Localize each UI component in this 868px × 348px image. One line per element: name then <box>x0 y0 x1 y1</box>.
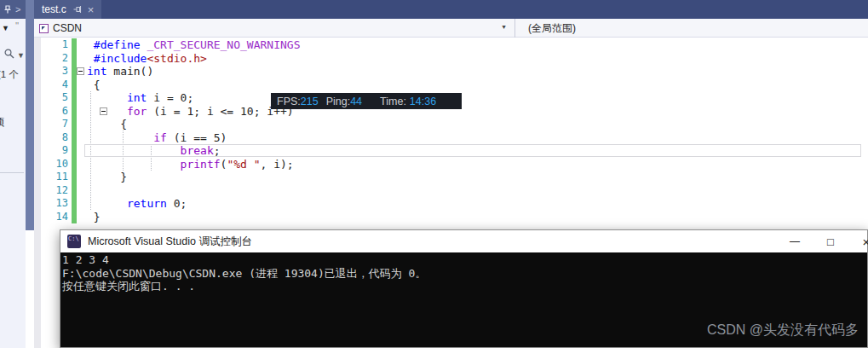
time-value: 14:36 <box>410 96 436 107</box>
code-line[interactable]: printf("%d ", i); <box>87 158 294 171</box>
code-line[interactable]: return 0; <box>87 197 187 211</box>
time-label: Time: <box>380 96 406 107</box>
search-icon[interactable] <box>3 48 15 63</box>
fold-toggle[interactable] <box>77 67 84 75</box>
types-dropdown-value: CSDN <box>53 22 82 34</box>
chevron-down-icon: ▼ <box>501 24 507 31</box>
debug-console-window: C:\ Microsoft Visual Studio 调试控制台 — □ × … <box>60 229 868 348</box>
maximize-button[interactable]: □ <box>813 230 848 252</box>
code-line[interactable]: #include<stdio.h> <box>87 52 207 66</box>
close-button[interactable]: × <box>848 230 868 252</box>
close-icon[interactable]: × <box>88 4 95 15</box>
minimize-button[interactable]: — <box>777 230 813 252</box>
ping-label: Ping: <box>326 96 351 107</box>
code-line[interactable]: { <box>87 78 101 92</box>
project-symbol-icon <box>39 24 49 33</box>
sidebar-count-label: (1 个 <box>0 68 19 81</box>
fold-toggle[interactable] <box>100 107 107 115</box>
sidebar-marks: '' <box>15 20 19 31</box>
console-icon: C:\ <box>67 235 81 248</box>
sidebar-divider <box>0 172 24 173</box>
code-line[interactable]: { <box>87 118 127 131</box>
search-dropdown-icon[interactable]: ▼ <box>17 51 25 60</box>
toolwindow-caption: > <box>0 0 26 19</box>
navbar-separator <box>514 19 515 38</box>
code-line[interactable]: } <box>87 211 101 224</box>
pin-icon[interactable] <box>72 5 82 14</box>
sidebar-item-label[interactable]: 项 <box>0 115 4 130</box>
code-line[interactable]: break; <box>87 144 221 158</box>
tab-test-c[interactable]: test.c × <box>34 0 101 19</box>
fps-overlay: FPS:215 Ping:44 Time:14:36 <box>271 93 462 109</box>
console-line: 1 2 3 4 <box>62 253 867 267</box>
auto-hide-pin-icon[interactable] <box>3 5 12 14</box>
code-line[interactable]: for (i = 1; i <= 10; i++) <box>87 105 294 119</box>
types-dropdown[interactable]: CSDN ▼ <box>36 20 514 37</box>
sidebar-dropdown-arrow-icon[interactable]: ▼ <box>2 24 9 32</box>
code-line[interactable]: #define _CRT_SECURE_NO_WARNINGS <box>87 38 300 52</box>
tab-label: test.c <box>42 3 66 15</box>
console-line: F:\code\CSDN\Debug\CSDN.exe (进程 19304)已退… <box>62 267 867 281</box>
code-line[interactable]: if (i == 5) <box>87 131 227 145</box>
document-tab-strip <box>0 0 868 19</box>
ping-value: 44 <box>350 96 362 107</box>
toolwindow-splitter[interactable] <box>26 0 34 230</box>
scope-dropdown[interactable]: (全局范围) <box>528 20 576 37</box>
watermark: CSDN @头发没有代码多 <box>707 322 859 339</box>
code-line[interactable]: int main() <box>87 65 153 78</box>
toolwindow-sidebar: ▼ '' ▼ (1 个 项 <box>0 19 26 348</box>
fps-value: 215 <box>301 96 319 107</box>
chevron-right-icon[interactable]: > <box>15 4 20 14</box>
scope-dropdown-value: (全局范围) <box>528 21 576 36</box>
console-titlebar[interactable]: C:\ Microsoft Visual Studio 调试控制台 — □ × <box>60 230 867 252</box>
code-line[interactable]: } <box>87 171 127 184</box>
vs-ide-screenshot: > test.c × CSDN ▼ (全局范围) ▼ '' ▼ (1 个 项 <box>0 0 868 348</box>
code-line[interactable]: int i = 0; <box>87 91 193 105</box>
console-title: Microsoft Visual Studio 调试控制台 <box>88 235 252 249</box>
console-line: 按任意键关闭此窗口. . . <box>62 280 867 293</box>
fps-label: FPS: <box>277 96 301 107</box>
navigation-bar: CSDN ▼ (全局范围) <box>34 19 868 38</box>
